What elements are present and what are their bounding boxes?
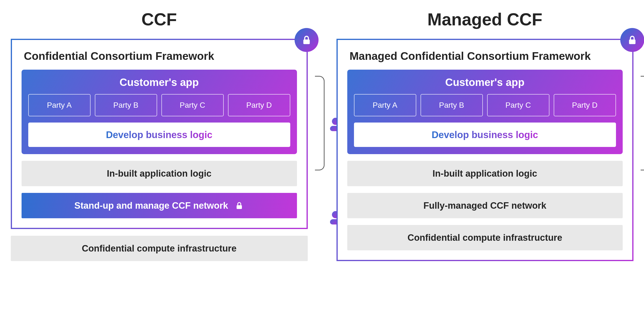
infra-box-managed: Confidential compute infrastructure bbox=[347, 225, 623, 250]
diagram-wrap: CCF Confidential Consortium Framework Cu… bbox=[11, 9, 634, 268]
network-label-ccf: Stand-up and manage CCF network bbox=[74, 201, 228, 211]
party-c: Party C bbox=[162, 94, 224, 116]
develop-label-ccf: Develop business logic bbox=[106, 129, 212, 140]
title-ccf: CCF bbox=[11, 9, 308, 29]
customer-app-title-managed: Customer's app bbox=[354, 76, 616, 88]
party-a: Party A bbox=[28, 94, 90, 116]
parties-row-ccf: Party A Party B Party C Party D bbox=[28, 94, 290, 116]
develop-box-managed: Develop business logic bbox=[354, 122, 616, 147]
parties-row-managed: Party A Party B Party C Party D bbox=[354, 94, 616, 116]
lock-icon bbox=[620, 28, 644, 52]
lock-icon bbox=[294, 28, 318, 52]
framework-box-managed: Managed Confidential Consortium Framewor… bbox=[336, 39, 634, 261]
party-b: Party B bbox=[95, 94, 157, 116]
develop-box-ccf: Develop business logic bbox=[28, 122, 290, 147]
column-ccf: CCF Confidential Consortium Framework Cu… bbox=[11, 9, 308, 268]
lock-icon bbox=[235, 201, 244, 210]
title-managed-ccf: Managed CCF bbox=[336, 9, 634, 29]
party-d: Party D bbox=[554, 94, 616, 116]
party-a: Party A bbox=[354, 94, 416, 116]
column-managed-ccf: Managed CCF Managed Confidential Consort… bbox=[336, 9, 634, 268]
party-d: Party D bbox=[228, 94, 290, 116]
svg-rect-2 bbox=[629, 39, 636, 44]
develop-label-managed: Develop business logic bbox=[432, 129, 538, 140]
stack-ccf: Confidential Consortium Framework Custom… bbox=[11, 39, 308, 261]
customer-app-title-ccf: Customer's app bbox=[28, 76, 290, 88]
svg-rect-1 bbox=[236, 205, 242, 209]
framework-title-managed: Managed Confidential Consortium Framewor… bbox=[347, 49, 623, 62]
infra-box-ccf: Confidential compute infrastructure bbox=[11, 236, 308, 261]
network-box-ccf: Stand-up and manage CCF network bbox=[22, 193, 297, 218]
customer-app-card-managed: Customer's app Party A Party B Party C P… bbox=[347, 70, 623, 154]
customer-app-card-ccf: Customer's app Party A Party B Party C P… bbox=[22, 70, 297, 154]
inbuilt-logic-managed: In-built application logic bbox=[347, 161, 623, 186]
party-c: Party C bbox=[487, 94, 550, 116]
framework-box-ccf: Confidential Consortium Framework Custom… bbox=[11, 39, 308, 229]
bracket-customer-ccf bbox=[315, 76, 324, 170]
svg-rect-0 bbox=[303, 39, 310, 44]
bracket-customer-managed bbox=[641, 76, 644, 170]
party-b: Party B bbox=[420, 94, 483, 116]
network-box-managed: Fully-managed CCF network bbox=[347, 193, 623, 218]
stack-managed-ccf: Managed Confidential Consortium Framewor… bbox=[336, 39, 634, 261]
inbuilt-logic-ccf: In-built application logic bbox=[22, 161, 297, 186]
framework-title-ccf: Confidential Consortium Framework bbox=[22, 49, 297, 62]
